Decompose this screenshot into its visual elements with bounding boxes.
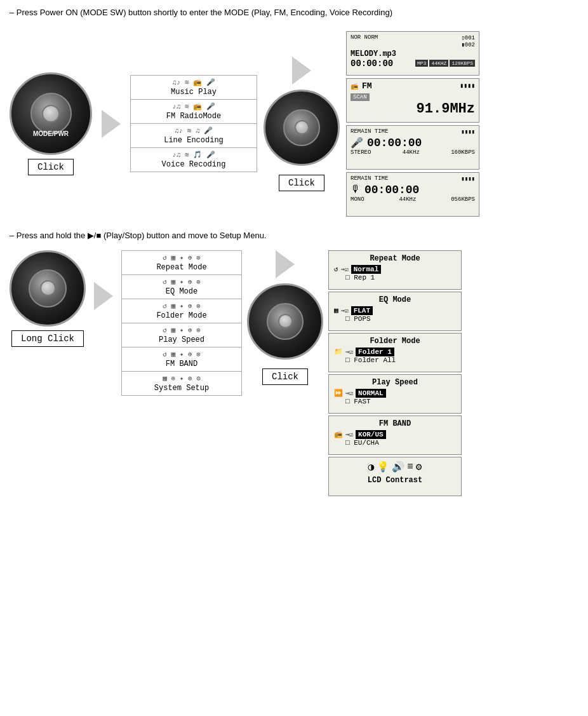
fmband-screen-title: FM BAND — [334, 419, 456, 428]
intro-text: – Press Power ON (MODE SW) button shortl… — [10, 6, 578, 20]
folder-check: □ — [345, 356, 354, 364]
folder-option-1: Folder All — [354, 356, 396, 364]
enc-time: 00:00:00 — [367, 137, 422, 149]
voice-battery: ▮▮▮▮ — [461, 175, 475, 182]
inner-ring-c2 — [267, 303, 304, 340]
music-label: Music Play — [136, 88, 251, 97]
mp3-badge: MP3 — [415, 60, 428, 67]
fm-text: FM — [362, 81, 372, 91]
repeat-option-row: □ Rep 1 — [334, 274, 456, 281]
fmband-icon: 📻 — [334, 430, 343, 438]
device-column-2: Long Click — [10, 250, 86, 347]
fm-icon-label: 📻 FM — [351, 81, 372, 91]
arrow-right-2 — [292, 57, 311, 84]
remain-time-label-1: REMAIN TIME — [351, 128, 388, 135]
setup-item-repeat[interactable]: ↺ ▦ ✦ ⊕ ⊗ Repeat Mode — [122, 251, 241, 275]
fm-scan-row: SCAN — [351, 93, 475, 101]
voice-icons: ♪♫ ≋ 🎵 🎤 — [136, 151, 251, 159]
remain-time-label-2: REMAIN TIME — [351, 175, 388, 182]
speed-icons: ↺ ▦ ✦ ⊕ ⊗ — [127, 326, 236, 334]
speed-check: □ — [345, 398, 354, 405]
fmband-icons: ↺ ▦ ✦ ⊕ ⊗ — [127, 350, 236, 358]
voice-khz: 44KHz — [399, 196, 416, 203]
setup-screens: Repeat Mode ↺ ⇒☑ Normal □ Rep 1 EQ Mode … — [328, 250, 462, 496]
repeat-check: □ — [345, 274, 354, 281]
folder-icons: ↺ ▦ ✦ ⊕ ⊗ — [127, 302, 236, 310]
setup-item-fmband[interactable]: ↺ ▦ ✦ ⊕ ⊗ FM BAND — [122, 348, 241, 372]
eq-option-row: □ POPS — [334, 315, 456, 323]
speed-selected-value: NORMAL — [356, 389, 386, 398]
speed-option-row: □ FAST — [334, 398, 456, 405]
eq-check: □ — [345, 315, 354, 323]
repeat-icon: ↺ — [334, 265, 338, 273]
setup-device-image — [10, 250, 86, 327]
long-click-label: Long Click — [11, 330, 84, 347]
fmband-screen: FM BAND 📻 ⇒☑ KOR/US □ EU/CHA — [328, 415, 462, 455]
inner-ring-2 — [29, 269, 67, 307]
enc-icon: 🎤 — [351, 137, 363, 149]
eq-selected-value: FLAT — [351, 306, 373, 315]
setup-item-eq[interactable]: ↺ ▦ ✦ ⊕ ⊗ EQ Mode — [122, 275, 241, 299]
setup-item-speed[interactable]: ↺ ▦ ✦ ⊕ ⊗ Play Speed — [122, 323, 241, 348]
repeat-icons: ↺ ▦ ✦ ⊕ ⊗ — [127, 253, 236, 262]
music-header: NOR NORM ▯001▮002 — [351, 34, 475, 48]
voice-header: REMAIN TIME ▮▮▮▮ — [351, 175, 475, 182]
voice-label: Voice Recoding — [136, 160, 251, 169]
center-col-1: Click — [264, 57, 340, 191]
speed-arrow: ⇒☑ — [345, 389, 353, 397]
fmband-check: □ — [345, 439, 354, 447]
inner-ring — [30, 93, 72, 134]
arrow-right-1 — [102, 110, 121, 138]
lcd-icon-off: ⚙ — [416, 461, 422, 473]
eq-option-1: POPS — [354, 315, 370, 323]
divider-section: – Press and hold the ▶/■ (Play/Stop) but… — [10, 229, 578, 243]
menu-item-music[interactable]: ♫♪ ≋ 📻 🎤 Music Play — [131, 76, 257, 100]
voice-footer: MONO 44KHz 056KBPS — [351, 196, 475, 203]
menu-item-encoding[interactable]: ♫♪ ≋ ♫ 🎤 Line Encoding — [131, 124, 257, 148]
voice-mono: MONO — [351, 196, 364, 203]
folder-selected-value: Folder 1 — [356, 348, 394, 356]
lcd-icon-contrast: ◑ — [368, 461, 375, 473]
system-icons: ▦ ⊕ ✦ ⊗ ⚙ — [127, 374, 236, 382]
nor-norm: NOR NORM — [351, 34, 378, 48]
folder-option-row: □ Folder All — [334, 356, 456, 364]
fm-label: FM RadioMode — [136, 112, 251, 121]
enc-header: REMAIN TIME ▮▮▮▮ — [351, 128, 475, 135]
encoding-icons: ♫♪ ≋ ♫ 🎤 — [136, 126, 251, 135]
fmband-option-row: □ EU/CHA — [334, 439, 456, 447]
eq-screen-title: EQ Mode — [334, 295, 456, 304]
setup-menu-list: ↺ ▦ ✦ ⊕ ⊗ Repeat Mode ↺ ▦ ✦ ⊕ ⊗ EQ Mode … — [121, 250, 242, 396]
speed-label: Play Speed — [127, 335, 236, 344]
eq-screen: EQ Mode ▦ ⇒☑ FLAT □ POPS — [328, 292, 462, 331]
center-col-2: Click — [247, 250, 323, 385]
music-screen: NOR NORM ▯001▮002 MELODY.mp3 00:00:00 MP… — [346, 31, 479, 76]
fmband-selected-row: 📻 ⇒☑ KOR/US — [334, 430, 456, 439]
menu-item-fm[interactable]: ♪♫ ≋ 📻 🎤 FM RadioMode — [131, 100, 257, 124]
eq-arrow: ⇒☑ — [341, 307, 349, 314]
folder-screen-title: Folder Mode — [334, 337, 456, 346]
enc-battery: ▮▮▮▮ — [461, 128, 475, 135]
music-icons: ♫♪ ≋ 📻 🎤 — [136, 78, 251, 86]
enc-kbps: 160KBPS — [451, 149, 475, 156]
speed-screen: Play Speed ⏩ ⇒☑ NORMAL □ FAST — [328, 374, 462, 414]
speed-screen-title: Play Speed — [334, 378, 456, 387]
menu-item-voice[interactable]: ♪♫ ≋ 🎵 🎤 Voice Recoding — [131, 148, 257, 172]
folder-screen: Folder Mode 📁 ⇒☑ Folder 1 □ Folder All — [328, 333, 462, 372]
center-button — [42, 105, 60, 123]
khz-badge: 44KHZ — [429, 60, 448, 67]
arrow-right-4 — [276, 250, 295, 278]
battery-icon: ▮▮▮▮ — [460, 82, 475, 90]
center-btn-c2 — [278, 314, 293, 328]
fm-icon: 📻 — [351, 83, 358, 90]
music-badges: MP3 44KHZ 128KBPS — [415, 60, 475, 67]
setup-item-system[interactable]: ▦ ⊕ ✦ ⊗ ⚙ System Setup — [122, 372, 241, 395]
center-knob-2 — [247, 283, 323, 360]
fm-freq: 91.9MHz — [351, 101, 475, 117]
music-time: 00:00:00 — [351, 58, 393, 69]
encoding-label: Line Encoding — [136, 136, 251, 145]
lcd-screen-title: LCD Contrast — [334, 476, 456, 485]
scan-badge: SCAN — [351, 93, 370, 101]
center-btn-c1 — [295, 120, 309, 135]
section2-row: Long Click ↺ ▦ ✦ ⊕ ⊗ Repeat Mode ↺ ▦ ✦ ⊕… — [10, 250, 578, 496]
setup-item-folder[interactable]: ↺ ▦ ✦ ⊕ ⊗ Folder Mode — [122, 299, 241, 323]
